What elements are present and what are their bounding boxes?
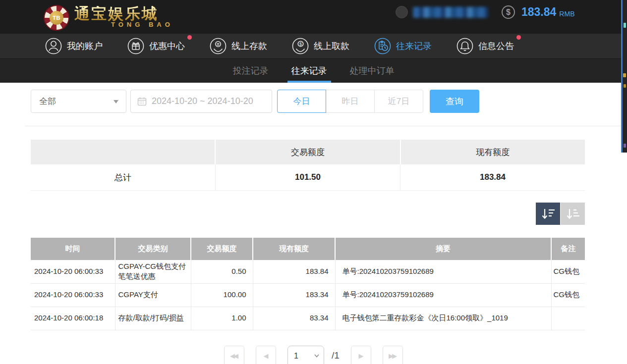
- withdraw-dollar-hand-icon: $: [291, 37, 309, 55]
- casino-chip-icon: TB: [44, 5, 69, 31]
- summary-total-row: 总计 101.50 183.84: [31, 164, 585, 191]
- nav-item-my-account[interactable]: 我的账户: [45, 37, 103, 55]
- cell-balance: 183.34: [253, 283, 335, 307]
- type-select[interactable]: 全部: [31, 90, 126, 113]
- cell-time: 2024-10-20 06:00:18: [31, 307, 115, 330]
- nav-label: 往来记录: [396, 40, 432, 52]
- filter-row: 全部 2024-10-20 ~ 2024-10-20 今日 昨日 近7日 查询: [31, 90, 627, 113]
- bell-icon: [456, 37, 474, 55]
- left-arrow-icon: ◀: [264, 352, 269, 360]
- search-button[interactable]: 查询: [430, 90, 479, 113]
- double-left-arrow-icon: ◀◀: [230, 352, 237, 360]
- cell-time: 2024-10-20 06:00:33: [31, 283, 115, 307]
- sort-toolbar: [0, 203, 585, 225]
- notification-dot: [187, 35, 192, 40]
- summary-header-empty: [31, 140, 215, 164]
- sort-ascending-button[interactable]: [561, 203, 585, 225]
- col-header-amount: 交易额度: [191, 238, 253, 260]
- summary-current-total: 183.84: [400, 164, 585, 190]
- sort-descending-icon: [541, 208, 556, 220]
- double-right-arrow-icon: ▶▶: [389, 352, 396, 360]
- tab-transaction-records[interactable]: 往来记录: [291, 59, 327, 83]
- last-7-days-button[interactable]: 近7日: [374, 90, 423, 113]
- nav-item-withdraw[interactable]: $ 线上取款: [291, 37, 349, 55]
- sort-ascending-icon: [566, 208, 580, 220]
- logo-text: 通宝娱乐城 TONG BAO: [74, 6, 173, 28]
- subtab-bar: 投注记录 往来记录 处理中订单: [0, 59, 627, 83]
- chip-label: TB: [50, 11, 63, 25]
- quick-range-group: 今日 昨日 近7日: [277, 90, 423, 113]
- tab-pending-orders[interactable]: 处理中订单: [350, 59, 395, 83]
- nav-label: 线上存款: [231, 40, 267, 52]
- type-select-value: 全部: [39, 96, 56, 107]
- col-header-time: 时间: [31, 238, 115, 260]
- cell-type: CGPAY支付: [115, 283, 191, 307]
- nav-label: 线上取款: [314, 40, 349, 52]
- cell-amount: 1.00: [191, 307, 253, 330]
- edge-artifact: [624, 144, 626, 148]
- first-page-button[interactable]: ◀◀: [224, 346, 244, 364]
- gift-icon: [127, 37, 145, 55]
- yesterday-button[interactable]: 昨日: [326, 90, 375, 113]
- right-edge-strip: [623, 0, 627, 153]
- prev-page-button[interactable]: ◀: [256, 346, 276, 364]
- col-header-type: 交易类别: [115, 238, 191, 260]
- balance-amount: 183.84: [521, 5, 556, 19]
- nav-item-deposit[interactable]: 线上存款: [209, 37, 267, 55]
- chevron-down-icon: [314, 354, 319, 358]
- nav-item-promotions[interactable]: 优惠中心: [127, 37, 185, 55]
- edge-artifact: [624, 23, 626, 28]
- dollar-coin-icon: $: [502, 5, 515, 19]
- col-header-summary: 摘要: [335, 238, 551, 260]
- topbar: TB 通宝娱乐城 TONG BAO $ 183.84 RMB: [0, 0, 627, 34]
- cell-balance: 183.84: [253, 260, 335, 283]
- date-range-input[interactable]: 2024-10-20 ~ 2024-10-20: [130, 90, 272, 113]
- last-page-button[interactable]: ▶▶: [383, 346, 403, 364]
- cell-time: 2024-10-20 06:00:33: [31, 260, 115, 283]
- summary-total-label: 总计: [31, 164, 215, 190]
- cell-balance: 83.34: [253, 307, 335, 330]
- records-header-row: 时间 交易类别 交易额度 现有额度 摘要 备注: [31, 238, 585, 260]
- nav-item-announcements[interactable]: 信息公告: [456, 37, 514, 55]
- calendar-icon: [137, 97, 147, 106]
- summary-header-row: 交易额度 现有额度: [31, 140, 585, 164]
- site-logo[interactable]: TB 通宝娱乐城 TONG BAO: [44, 3, 173, 31]
- col-header-note: 备注: [551, 238, 585, 260]
- cell-amount: 100.00: [191, 283, 253, 307]
- summary-table: 交易额度 现有额度 总计 101.50 183.84: [31, 140, 585, 191]
- chevron-down-icon: [114, 100, 118, 104]
- user-icon: [45, 37, 62, 55]
- summary-transaction-total: 101.50: [215, 164, 400, 190]
- table-row: 2024-10-20 06:00:33 CGPAY-CG钱包支付笔笔送优惠 0.…: [31, 260, 585, 283]
- next-page-button[interactable]: ▶: [351, 346, 371, 364]
- today-button[interactable]: 今日: [277, 90, 326, 113]
- pagination: ◀◀ ◀ 1 /1 ▶ ▶▶: [0, 346, 627, 364]
- records-table: 时间 交易类别 交易额度 现有额度 摘要 备注 2024-10-20 06:00…: [31, 238, 585, 330]
- username-redacted: [413, 7, 488, 18]
- cell-note: [551, 307, 585, 330]
- avatar: [396, 6, 408, 18]
- balance[interactable]: $ 183.84 RMB: [502, 5, 574, 19]
- tab-bet-records[interactable]: 投注记录: [233, 59, 269, 83]
- page-select-value: 1: [294, 352, 298, 361]
- main-nav: 我的账户 优惠中心 线上存款 $ 线上取款: [0, 34, 627, 59]
- logo-subtitle: TONG BAO: [111, 21, 173, 28]
- cell-summary: 单号:202410203759102689: [335, 283, 551, 307]
- page-select[interactable]: 1: [287, 346, 324, 364]
- nav-label: 优惠中心: [149, 40, 185, 52]
- window-edge-line: [621, 0, 623, 153]
- page-total-label: /1: [332, 346, 340, 361]
- nav-item-transaction-records[interactable]: 往来记录: [374, 37, 432, 55]
- cell-amount: 0.50: [191, 260, 253, 283]
- balance-currency: RMB: [559, 10, 574, 18]
- cell-type: CGPAY-CG钱包支付笔笔送优惠: [115, 260, 191, 283]
- edge-artifact: [623, 73, 626, 77]
- edge-artifact: [624, 84, 626, 88]
- section-divider: [25, 126, 627, 126]
- table-row: 2024-10-20 06:00:18 存款/取款/打码/损益 1.00 83.…: [31, 307, 585, 330]
- logo-title: 通宝娱乐城: [74, 6, 173, 21]
- table-row: 2024-10-20 06:00:33 CGPAY支付 100.00 183.3…: [31, 283, 585, 307]
- page: TB 通宝娱乐城 TONG BAO $ 183.84 RMB 我的账户: [0, 0, 627, 364]
- sort-descending-button[interactable]: [536, 203, 560, 225]
- user-area[interactable]: [396, 6, 488, 18]
